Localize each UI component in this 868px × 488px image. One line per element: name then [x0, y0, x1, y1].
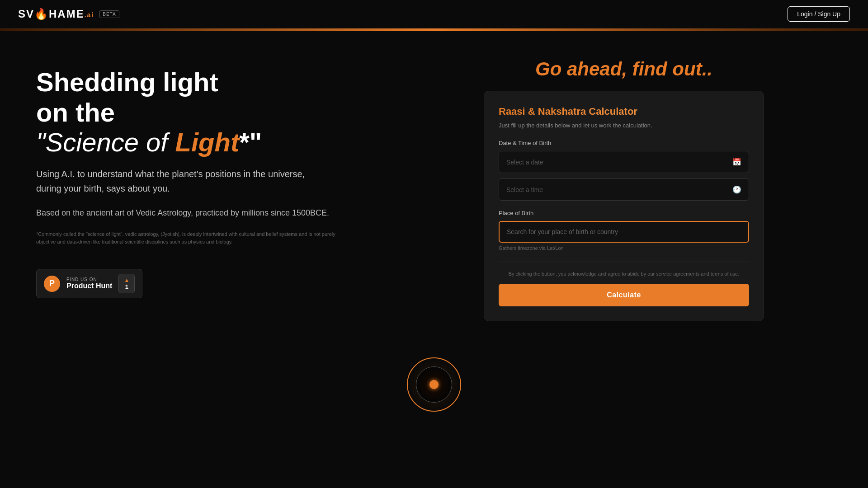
product-hunt-upvote[interactable]: ▲ 1: [118, 274, 135, 293]
right-section: Go ahead, find out.. Raasi & Nakshatra C…: [416, 58, 832, 321]
calculator-card: Raasi & Nakshatra Calculator Just fill u…: [484, 91, 764, 321]
product-hunt-find-us: FIND US ON: [66, 277, 112, 282]
heading-italic-start: "Science of: [36, 127, 175, 157]
logo-ai: .ai: [85, 11, 94, 19]
time-input[interactable]: [506, 186, 732, 193]
date-field[interactable]: 📅: [499, 151, 749, 173]
heading-line1: Shedding light: [36, 67, 218, 97]
upvote-count: 1: [125, 283, 128, 290]
circle-inner: [416, 366, 452, 403]
product-hunt-text: FIND US ON Product Hunt: [66, 277, 112, 290]
bottom-section: [0, 348, 868, 421]
timezone-hint: Gathers timezone via Lat/Lon: [499, 245, 749, 251]
desc-text-2: Based on the ancient art of Vedic Astrol…: [36, 206, 339, 220]
calculator-title: Raasi & Nakshatra Calculator: [499, 106, 749, 117]
place-field-wrapper[interactable]: [499, 221, 749, 243]
logo-area: SV🔥HAME.ai BETA: [18, 8, 119, 20]
product-hunt-icon: P: [44, 276, 60, 292]
logo: SV🔥HAME.ai: [18, 8, 94, 20]
divider: [499, 262, 749, 262]
heading-end: *": [239, 127, 262, 157]
main-heading: Shedding light on the "Science of Light*…: [36, 67, 389, 158]
beta-badge: BETA: [99, 10, 119, 18]
logo-fire: 🔥: [34, 8, 49, 20]
calculator-subtitle: Just fill up the details below and let u…: [499, 122, 749, 129]
agree-text: By clicking the button, you acknowledge …: [499, 271, 749, 277]
circle-graphic: [407, 357, 461, 412]
product-hunt-name: Product Hunt: [66, 282, 112, 290]
clock-icon: 🕐: [732, 185, 741, 194]
login-button[interactable]: Login / Sign Up: [788, 6, 850, 22]
logo-hame: HAME: [49, 8, 85, 20]
upvote-arrow-icon: ▲: [124, 277, 129, 283]
date-time-inputs: 📅 🕐: [499, 151, 749, 201]
place-label: Place of Birth: [499, 210, 749, 216]
calendar-icon: 📅: [732, 158, 741, 166]
date-time-label: Date & Time of Birth: [499, 140, 749, 146]
date-input[interactable]: [506, 159, 732, 166]
disclaimer-text: *Commonly called the "science of light",…: [36, 230, 344, 246]
go-ahead-title: Go ahead, find out..: [535, 58, 712, 80]
product-hunt-badge[interactable]: P FIND US ON Product Hunt ▲ 1: [36, 269, 142, 298]
left-section: Shedding light on the "Science of Light*…: [36, 58, 389, 321]
navbar: SV🔥HAME.ai BETA Login / Sign Up: [0, 0, 868, 28]
circle-dot: [429, 380, 439, 389]
desc-text-1: Using A.I. to understand what the planet…: [36, 167, 330, 196]
place-input[interactable]: [507, 228, 741, 235]
heading-orange: Light: [175, 127, 240, 157]
heading-line2: on the: [36, 98, 115, 127]
logo-sv: SV: [18, 8, 34, 20]
time-field[interactable]: 🕐: [499, 178, 749, 201]
calculate-button[interactable]: Calculate: [499, 284, 749, 306]
main-content: Shedding light on the "Science of Light*…: [0, 31, 868, 348]
